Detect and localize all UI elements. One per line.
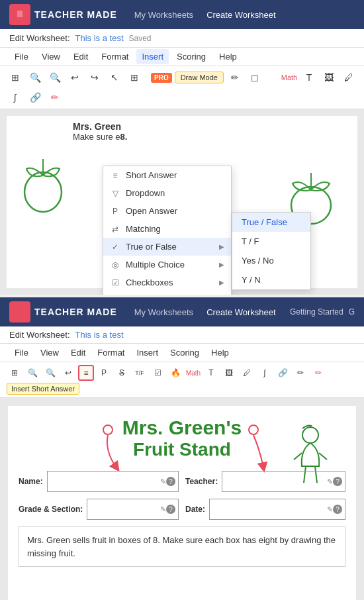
open-answer-label: Open Answer (126, 206, 177, 216)
bottom-brand-name: TEACHER MADE (34, 307, 117, 317)
bottom-link-btn[interactable]: 🔗 (275, 365, 291, 381)
nav-my-worksheets[interactable]: My Worksheets (134, 10, 193, 20)
menu-insert[interactable]: Insert (136, 49, 169, 64)
grade-input[interactable]: ✎ ? (87, 499, 179, 520)
highlight-icon[interactable]: ✏ (46, 89, 64, 106)
bottom-paint-btn[interactable]: 🖊 (239, 365, 255, 381)
sub-yes-no[interactable]: Yes / No (232, 251, 310, 270)
name-field: Name: ✎ ? (19, 471, 179, 492)
insert-multiple-choice[interactable]: ◎ Multiple Choice ▶ (103, 256, 231, 274)
true-false-sub-arrow: ▶ (219, 243, 224, 250)
bottom-highlight-btn[interactable]: ✏ (310, 365, 326, 381)
bottom-p-btn[interactable]: P (96, 365, 112, 381)
bottom-menu-edit[interactable]: Edit (66, 345, 91, 360)
undo-icon[interactable]: ↩ (66, 69, 83, 86)
matching-icon: ⇄ (110, 225, 120, 234)
date-label: Date: (185, 505, 205, 514)
short-answer-icon: ≡ (110, 171, 120, 180)
bottom-short-answer-btn[interactable]: ≡ (78, 365, 94, 381)
bottom-text-btn[interactable]: T (203, 365, 219, 381)
link-icon[interactable]: 🔗 (26, 89, 44, 106)
dropdown-label: Dropdown (126, 188, 165, 198)
name-label: Name: (19, 477, 43, 486)
sub-y-n[interactable]: Y / N (232, 270, 310, 289)
grid-icon[interactable]: ⊞ (126, 69, 143, 86)
bottom-zoom-out-icon[interactable]: 🔍 (42, 365, 58, 381)
bottom-monitor-icon[interactable]: ⊞ (7, 365, 23, 381)
bottom-menu-format[interactable]: Format (92, 345, 130, 360)
grade-date-row: Grade & Section: ✎ ? Date: ✎ ? (19, 499, 345, 520)
bottom-tf-btn[interactable]: T/F (132, 365, 148, 381)
menu-view[interactable]: View (36, 49, 66, 64)
date-help-icon[interactable]: ? (333, 505, 342, 514)
bottom-formula-btn[interactable]: ∫ (257, 365, 273, 381)
paint-icon[interactable]: 🖊 (340, 69, 357, 86)
svg-rect-1 (17, 11, 23, 17)
bottom-pencil-btn[interactable]: ✏ (293, 365, 308, 381)
formula-icon[interactable]: ∫ (7, 89, 24, 106)
draw-icon[interactable]: ✏ (226, 69, 244, 86)
image-icon[interactable]: 🖼 (320, 69, 338, 86)
insert-checkboxes[interactable]: ☑ Checkboxes ▶ (103, 274, 231, 291)
bottom-menu-scoring[interactable]: Scoring (165, 345, 205, 360)
grade-label: Grade & Section: (19, 505, 83, 514)
draw-mode-btn[interactable]: Draw Mode (175, 72, 224, 83)
teacher-input[interactable]: ✎ ? (222, 471, 345, 492)
date-input[interactable]: ✎ ? (209, 499, 345, 520)
nav-links: My Worksheets Create Worksheet (134, 10, 276, 20)
bottom-nav-my-worksheets[interactable]: My Worksheets (134, 307, 193, 317)
bottom-image-btn[interactable]: 🖼 (221, 365, 237, 381)
text-btn[interactable]: Math (281, 69, 298, 86)
redo-icon[interactable]: ↪ (86, 69, 103, 86)
canvas-area-top: Mrs. Green Make sure e8. ≡ Short Answer … (0, 109, 364, 295)
bottom-nav-links: My Worksheets Create Worksheet (134, 307, 276, 317)
svg-point-5 (302, 427, 318, 443)
true-false-submenu: True / False T / F Yes / No Y / N (232, 212, 311, 290)
bottom-worksheet-title[interactable]: This is a test (75, 330, 124, 340)
name-edit-icon: ✎ (160, 477, 166, 486)
zoom-out-icon[interactable]: 🔍 (46, 69, 64, 86)
bottom-menu-view[interactable]: View (35, 345, 64, 360)
bottom-undo-icon[interactable]: ↩ (60, 365, 76, 381)
menu-scoring[interactable]: Scoring (171, 49, 211, 64)
edit-label: Edit Worksheet: (9, 33, 70, 43)
grade-help-icon[interactable]: ? (166, 505, 175, 514)
menu-edit[interactable]: Edit (68, 49, 93, 64)
bottom-fire-btn[interactable]: 🔥 (167, 365, 183, 381)
bottom-zoom-in-icon[interactable]: 🔍 (24, 365, 40, 381)
name-help-icon[interactable]: ? (166, 477, 175, 486)
bottom-menu-insert[interactable]: Insert (131, 345, 163, 360)
bottom-nav-create[interactable]: Create Worksheet (206, 307, 276, 317)
monitor-icon[interactable]: ⊞ (7, 69, 24, 86)
cursor-icon[interactable]: ↖ (106, 69, 123, 86)
sub-true-false[interactable]: True / False (232, 213, 310, 232)
brand-name: TEACHER MADE (34, 9, 117, 20)
eraser-icon[interactable]: ◻ (246, 69, 263, 86)
insert-hot-spot[interactable]: ⊕ Hot Spot (103, 291, 231, 295)
name-input[interactable]: ✎ ? (47, 471, 179, 492)
bottom-checkbox-btn[interactable]: ☑ (150, 365, 165, 381)
zoom-in-icon[interactable]: 🔍 (26, 69, 44, 86)
teacher-field: Teacher: ✎ ? (185, 471, 345, 492)
insert-open-answer[interactable]: P Open Answer (103, 202, 231, 220)
grade-edit-icon: ✎ (160, 505, 166, 514)
insert-dropdown-opt[interactable]: ▽ Dropdown (103, 184, 231, 202)
worksheet-title[interactable]: This is a test (75, 33, 124, 43)
sub-t-f[interactable]: T / F (232, 232, 310, 251)
menu-help[interactable]: Help (214, 49, 242, 64)
menu-file[interactable]: File (9, 49, 34, 64)
bottom-menu-help[interactable]: Help (206, 345, 234, 360)
nav-extra-link[interactable]: G (349, 307, 355, 317)
getting-started-link[interactable]: Getting Started (290, 307, 343, 317)
insert-true-false[interactable]: ✓ True or False ▶ (103, 238, 231, 256)
bottom-strikethrough-btn[interactable]: S (114, 365, 130, 381)
logo-area: TEACHER MADE (9, 4, 117, 25)
nav-create-worksheet[interactable]: Create Worksheet (206, 10, 276, 20)
bottom-menu-file[interactable]: File (9, 345, 34, 360)
menu-format[interactable]: Format (96, 49, 134, 64)
font-icon[interactable]: T (300, 69, 318, 86)
insert-matching[interactable]: ⇄ Matching (103, 220, 231, 238)
bottom-math-btn[interactable]: Math (185, 365, 201, 381)
teacher-help-icon[interactable]: ? (333, 477, 342, 486)
insert-short-answer[interactable]: ≡ Short Answer (103, 166, 231, 184)
